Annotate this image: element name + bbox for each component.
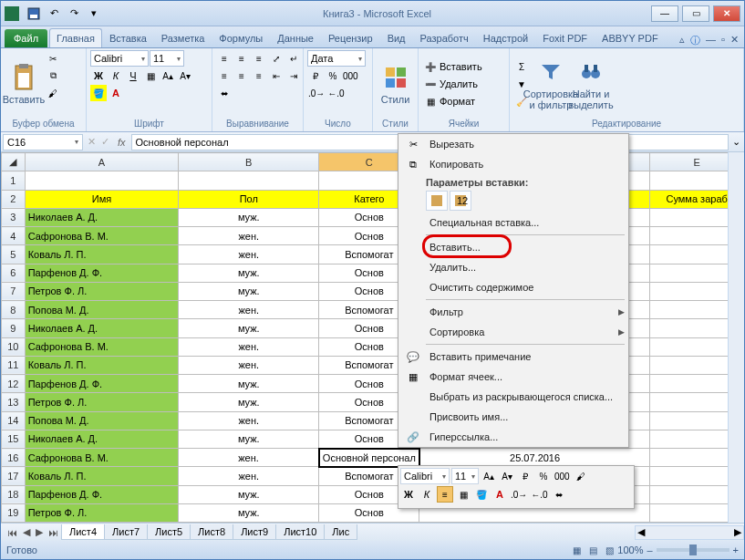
font-grow-icon[interactable]: A▴ [160, 67, 176, 84]
merge-icon[interactable]: ⬌ [216, 85, 233, 101]
cell-gender[interactable]: жен. [179, 337, 319, 356]
view-break-icon[interactable]: ▧ [601, 542, 617, 558]
ctx-define-name[interactable]: Присвоить имя... [398, 407, 628, 427]
cell-name[interactable]: Парфенов Д. Ф. [25, 485, 179, 503]
sheet-tab[interactable]: Лист10 [275, 524, 325, 540]
orientation-icon[interactable]: ⤢ [268, 50, 285, 67]
row-head[interactable]: 17 [2, 467, 26, 485]
percent-icon[interactable]: % [325, 67, 341, 84]
ctx-sort[interactable]: Сортировка▶ [398, 322, 628, 342]
format-painter-icon[interactable]: 🖌 [45, 85, 61, 101]
sheet-nav-next-icon[interactable]: ▶ [33, 526, 46, 538]
ctx-comment[interactable]: 💬Вставить примечание [398, 347, 628, 367]
ctx-filter[interactable]: Фильтр▶ [398, 302, 628, 322]
sheet-tab[interactable]: Лист8 [190, 524, 233, 540]
fx-icon[interactable]: fx [112, 137, 131, 148]
mini-dec-dec-icon[interactable]: ←.0 [530, 486, 548, 503]
mini-merge-icon[interactable]: ⬌ [551, 486, 567, 503]
zoom-slider[interactable] [657, 548, 729, 552]
mini-border-icon[interactable]: ▦ [455, 486, 471, 503]
name-box[interactable]: C16▾ [3, 134, 83, 150]
row-head[interactable]: 6 [2, 264, 26, 282]
cell-name[interactable]: Петров Ф. Л. [25, 393, 179, 411]
cell-name[interactable]: Коваль Л. П. [25, 356, 179, 374]
row-head[interactable]: 14 [2, 411, 26, 430]
cell-name[interactable]: Парфенов Д. Ф. [25, 375, 179, 393]
cell-name[interactable]: Парфенов Д. Ф. [25, 264, 179, 282]
paste-button[interactable]: Вставить [5, 50, 43, 118]
mini-dec-inc-icon[interactable]: .0→ [510, 486, 528, 503]
font-name-combo[interactable]: Calibri▾ [90, 50, 149, 67]
font-color-icon[interactable]: A [108, 85, 124, 101]
cell-gender[interactable]: муж. [179, 430, 319, 448]
sheet-nav-prev-icon[interactable]: ◀ [20, 526, 33, 538]
sheet-tab[interactable]: Лист7 [104, 524, 148, 540]
cell-name[interactable]: Петров Ф. Л. [25, 503, 179, 522]
copy-icon[interactable]: ⧉ [45, 67, 61, 84]
align-right-icon[interactable]: ≡ [251, 67, 267, 84]
zoom-out-button[interactable]: – [647, 544, 652, 555]
row-head[interactable]: 12 [2, 375, 26, 393]
ctx-dropdown-list[interactable]: Выбрать из раскрывающегося списка... [398, 387, 628, 407]
cut-icon[interactable]: ✂ [45, 50, 61, 67]
cell-name[interactable]: Николаев А. Д. [25, 430, 179, 448]
mini-italic-icon[interactable]: К [419, 486, 435, 503]
mini-align-center-icon[interactable]: ≡ [437, 486, 453, 503]
font-size-combo[interactable]: 11▾ [150, 50, 184, 67]
tab-insert[interactable]: Вставка [102, 28, 154, 47]
currency-icon[interactable]: ₽ [307, 67, 324, 84]
row-head[interactable]: 19 [2, 503, 26, 522]
sheet-tab[interactable]: Лист5 [147, 524, 191, 540]
find-select-button[interactable]: Найти и выделить [572, 50, 610, 118]
mini-currency-icon[interactable]: ₽ [517, 468, 533, 484]
row-head[interactable]: 18 [2, 485, 26, 503]
tab-addins[interactable]: Надстрой [476, 28, 535, 47]
wrap-icon[interactable]: ↵ [285, 50, 302, 67]
ribbon-minimize-icon[interactable]: ▵ [679, 34, 685, 47]
col-A[interactable]: A [25, 153, 179, 171]
row-head[interactable]: 4 [2, 227, 26, 245]
sheet-nav-first-icon[interactable]: ⏮ [5, 527, 20, 538]
autosum-icon[interactable]: Σ [513, 58, 530, 75]
accept-fx-icon[interactable]: ✓ [98, 136, 112, 148]
zoom-in-button[interactable]: + [733, 544, 739, 555]
tab-data[interactable]: Данные [270, 28, 321, 47]
cell-name[interactable]: Попова М. Д. [25, 301, 179, 319]
row-2[interactable]: 2 [2, 190, 26, 208]
horizontal-scrollbar[interactable]: ◀▶ [635, 525, 744, 540]
cell-gender[interactable]: муж. [179, 208, 319, 226]
cell-name[interactable]: Сафронова В. М. [25, 337, 179, 356]
ctx-paste-special[interactable]: Специальная вставка... [398, 213, 628, 233]
mini-format-painter-icon[interactable]: 🖌 [573, 468, 589, 484]
tab-abbyy[interactable]: ABBYY PDF [595, 28, 666, 47]
cell-name[interactable]: Коваль Л. П. [25, 467, 179, 485]
cell-gender[interactable]: жен. [179, 301, 319, 319]
row-head[interactable]: 3 [2, 208, 26, 226]
cell-gender[interactable]: жен. [179, 467, 319, 485]
cell-name[interactable]: Попова М. Д. [25, 411, 179, 430]
cell-gender[interactable]: жен. [179, 449, 319, 467]
cell-gender[interactable]: муж. [179, 503, 319, 522]
row-head[interactable]: 9 [2, 319, 26, 337]
dec-dec-icon[interactable]: ←.0 [326, 85, 345, 101]
maximize-button[interactable]: ▭ [682, 5, 709, 22]
border-icon[interactable]: ▦ [142, 67, 159, 84]
tab-developer[interactable]: Разработч [413, 28, 476, 47]
cells-format-button[interactable]: ▦Формат [422, 93, 505, 109]
tab-formulas[interactable]: Формулы [212, 28, 270, 47]
col-B[interactable]: B [179, 153, 319, 171]
ctx-clear[interactable]: Очистить содержимое [398, 277, 628, 297]
cell-date[interactable]: 25.07.2016 [419, 449, 650, 467]
close-button[interactable]: ✕ [713, 5, 740, 22]
sheet-tab[interactable]: Лист4 [61, 524, 105, 540]
cell-name[interactable]: Петров Ф. Л. [25, 282, 179, 300]
file-tab[interactable]: Файл [5, 29, 47, 47]
align-bot-icon[interactable]: ≡ [251, 50, 267, 67]
bold-icon[interactable]: Ж [90, 67, 107, 84]
mini-font-combo[interactable]: Calibri▾ [400, 468, 450, 484]
row-head[interactable]: 13 [2, 393, 26, 411]
mini-shrink-icon[interactable]: A▾ [499, 468, 515, 484]
row-head[interactable]: 10 [2, 337, 26, 356]
view-layout-icon[interactable]: ▤ [585, 542, 601, 558]
mdi-restore-icon[interactable]: ▫ [721, 34, 725, 47]
